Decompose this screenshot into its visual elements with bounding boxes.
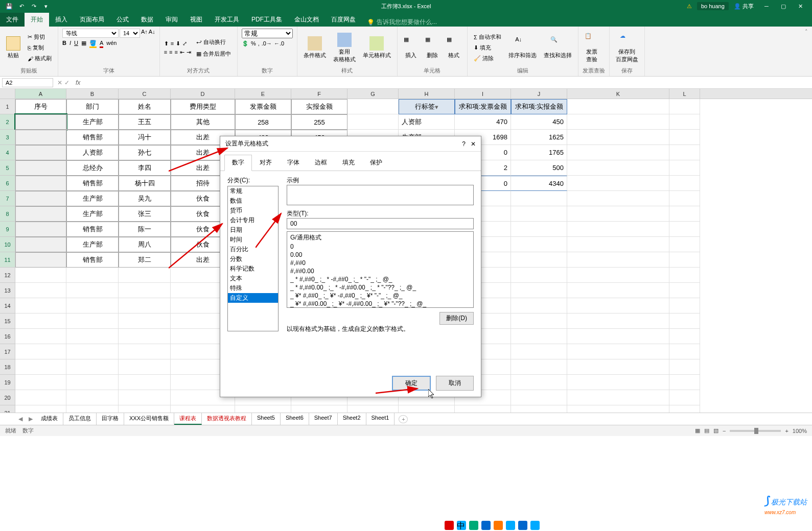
cell-I21[interactable] — [455, 405, 511, 413]
italic-button[interactable]: I — [69, 40, 71, 48]
cell-G2[interactable] — [347, 114, 399, 130]
cell-K15[interactable] — [567, 313, 669, 329]
category-item[interactable]: 时间 — [228, 235, 278, 245]
merge-center-button[interactable]: ▦ 合并后居中 — [194, 49, 233, 59]
row-header[interactable]: 10 — [0, 237, 15, 252]
cell-L14[interactable] — [669, 298, 700, 313]
cell-J16[interactable] — [511, 329, 567, 344]
cell-J11[interactable] — [511, 252, 567, 268]
cell-C19[interactable] — [119, 375, 171, 390]
col-header-D[interactable]: D — [171, 89, 235, 99]
font-name-select[interactable]: 等线 — [62, 29, 119, 38]
conditional-format-button[interactable]: 条件格式 — [301, 35, 328, 60]
col-header-I[interactable]: I — [455, 89, 511, 99]
col-header-B[interactable]: B — [66, 89, 119, 99]
delete-format-button[interactable]: 删除(D) — [439, 312, 474, 325]
cell-B4[interactable]: 人资部 — [66, 145, 119, 160]
cell-L4[interactable] — [669, 145, 700, 160]
cell-A9[interactable] — [15, 222, 66, 237]
cell-styles-button[interactable]: 单元格样式 — [361, 35, 393, 60]
cell-L5[interactable] — [669, 160, 700, 176]
cell-L13[interactable] — [669, 283, 700, 298]
cell-B1[interactable]: 部门 — [66, 99, 119, 114]
cell-F21[interactable] — [291, 405, 347, 413]
format-painter-button[interactable]: 🖌 格式刷 — [26, 54, 54, 63]
cell-B2[interactable]: 生产部 — [66, 114, 119, 130]
cell-E1[interactable]: 发票金额 — [235, 99, 291, 114]
cell-E2[interactable]: 258 — [235, 114, 291, 130]
cell-K12[interactable] — [567, 268, 669, 283]
indent-decrease-icon[interactable]: ⇤ — [180, 49, 184, 56]
cell-C8[interactable]: 张三 — [119, 206, 171, 222]
sheet-tab[interactable]: 员工信息 — [63, 413, 97, 425]
cell-L2[interactable] — [669, 114, 700, 130]
cell-B6[interactable]: 销售部 — [66, 176, 119, 191]
tb-icon[interactable] — [481, 521, 491, 530]
cell-A16[interactable] — [15, 329, 66, 344]
view-normal-icon[interactable]: ▦ — [695, 427, 700, 434]
sheet-tab[interactable]: Sheet1 — [366, 413, 395, 425]
row-header[interactable]: 11 — [0, 252, 15, 268]
select-all-corner[interactable] — [0, 89, 15, 99]
cell-L10[interactable] — [669, 237, 700, 252]
cell-C13[interactable] — [119, 283, 171, 298]
zoom-out-icon[interactable]: − — [723, 428, 726, 434]
cell-K11[interactable] — [567, 252, 669, 268]
align-center-icon[interactable]: ≡ — [169, 49, 172, 56]
cell-C14[interactable] — [119, 298, 171, 313]
cell-C2[interactable]: 王五 — [119, 114, 171, 130]
cell-B12[interactable] — [66, 268, 119, 283]
cell-A13[interactable] — [15, 283, 66, 298]
cell-J5[interactable]: 500 — [511, 160, 567, 176]
save-baidu-button[interactable]: ☁保存到 百度网盘 — [614, 32, 640, 64]
format-item[interactable]: 0.00 — [288, 251, 472, 259]
view-page-icon[interactable]: ▤ — [704, 427, 709, 434]
dtab-alignment[interactable]: 对齐 — [252, 155, 280, 171]
tab-review[interactable]: 审阅 — [159, 13, 184, 27]
cell-K7[interactable] — [567, 191, 669, 206]
cell-K16[interactable] — [567, 329, 669, 344]
category-item[interactable]: 数值 — [228, 196, 278, 206]
cell-J9[interactable] — [511, 222, 567, 237]
tb-icon[interactable] — [530, 521, 540, 530]
format-item[interactable]: _ * #,##0_ ;_ * -#,##0_ ;_ * "-"_ ;_ @_ — [288, 275, 472, 283]
row-header[interactable]: 18 — [0, 359, 15, 375]
cell-L19[interactable] — [669, 375, 700, 390]
row-header[interactable]: 14 — [0, 298, 15, 313]
increase-decimal-icon[interactable]: .0→ — [262, 40, 272, 47]
cut-button[interactable]: ✂ 剪切 — [26, 32, 54, 42]
format-item[interactable]: #,##0 — [288, 259, 472, 267]
cell-C18[interactable] — [119, 359, 171, 375]
cell-B9[interactable]: 销售部 — [66, 222, 119, 237]
qat-more-icon[interactable]: ▾ — [41, 1, 51, 11]
cell-L11[interactable] — [669, 252, 700, 268]
cell-C1[interactable]: 姓名 — [119, 99, 171, 114]
cell-C17[interactable] — [119, 344, 171, 359]
cell-B16[interactable] — [66, 329, 119, 344]
fill-button[interactable]: ⬇ 填充 — [472, 43, 503, 53]
cell-J1[interactable]: 求和项:实报金额 — [511, 99, 567, 114]
cell-A4[interactable] — [15, 145, 66, 160]
cell-A6[interactable] — [15, 176, 66, 191]
cell-J17[interactable] — [511, 344, 567, 359]
col-header-F[interactable]: F — [291, 89, 347, 99]
view-break-icon[interactable]: ▧ — [713, 427, 718, 434]
type-input[interactable] — [287, 218, 474, 229]
cell-K10[interactable] — [567, 237, 669, 252]
row-header[interactable]: 2 — [0, 114, 15, 130]
cell-L6[interactable] — [669, 176, 700, 191]
cell-K19[interactable] — [567, 375, 669, 390]
cell-J18[interactable] — [511, 359, 567, 375]
fill-color-button[interactable]: 🪣 — [89, 40, 97, 48]
row-header[interactable]: 6 — [0, 176, 15, 191]
indent-increase-icon[interactable]: ⇥ — [187, 49, 191, 56]
sort-filter-button[interactable]: A↓排序和筛选 — [506, 35, 539, 60]
cell-J8[interactable] — [511, 206, 567, 222]
cell-A10[interactable] — [15, 237, 66, 252]
ok-button[interactable]: 确定 — [392, 376, 431, 391]
sheet-tab[interactable]: 成绩表 — [36, 413, 63, 425]
align-left-icon[interactable]: ≡ — [164, 49, 167, 56]
border-button[interactable]: ▦ — [81, 40, 86, 48]
tb-icon[interactable]: 中 — [457, 521, 466, 530]
row-header[interactable]: 5 — [0, 160, 15, 176]
